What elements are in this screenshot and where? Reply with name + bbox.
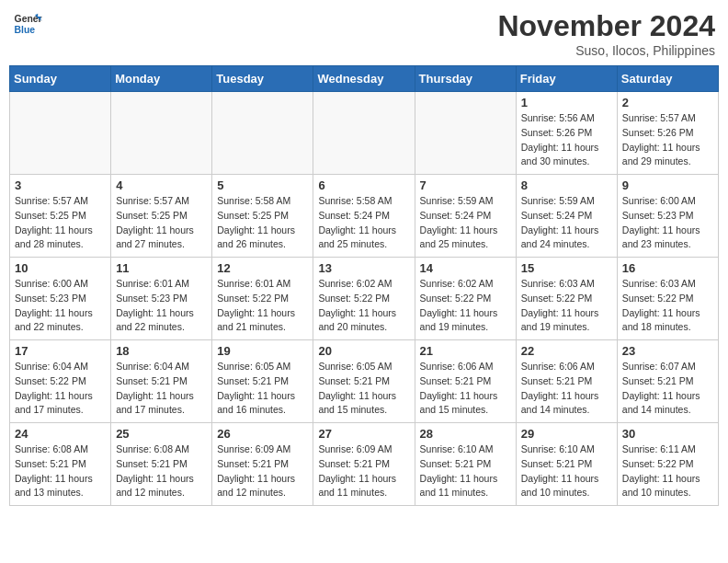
calendar-week-2: 3Sunrise: 5:57 AM Sunset: 5:25 PM Daylig… — [10, 175, 719, 258]
day-header-saturday: Saturday — [617, 66, 718, 92]
day-info: Sunrise: 5:59 AM Sunset: 5:24 PM Dayligh… — [521, 194, 612, 252]
day-number: 12 — [217, 261, 308, 275]
day-info: Sunrise: 6:05 AM Sunset: 5:21 PM Dayligh… — [217, 360, 308, 418]
day-info: Sunrise: 6:06 AM Sunset: 5:21 PM Dayligh… — [420, 360, 511, 418]
calendar-cell — [111, 92, 212, 175]
day-info: Sunrise: 6:08 AM Sunset: 5:21 PM Dayligh… — [15, 442, 106, 500]
calendar-cell: 1Sunrise: 5:56 AM Sunset: 5:26 PM Daylig… — [516, 92, 617, 175]
day-info: Sunrise: 5:57 AM Sunset: 5:25 PM Dayligh… — [116, 194, 207, 252]
day-info: Sunrise: 5:58 AM Sunset: 5:25 PM Dayligh… — [217, 194, 308, 252]
day-info: Sunrise: 6:11 AM Sunset: 5:22 PM Dayligh… — [622, 442, 713, 500]
day-info: Sunrise: 6:02 AM Sunset: 5:22 PM Dayligh… — [318, 277, 409, 335]
logo: General Blue — [13, 9, 42, 39]
day-number: 25 — [116, 427, 207, 441]
day-info: Sunrise: 6:09 AM Sunset: 5:21 PM Dayligh… — [217, 442, 308, 500]
day-number: 7 — [420, 178, 511, 192]
calendar-cell: 25Sunrise: 6:08 AM Sunset: 5:21 PM Dayli… — [111, 423, 212, 506]
day-info: Sunrise: 6:03 AM Sunset: 5:22 PM Dayligh… — [521, 277, 612, 335]
day-number: 21 — [420, 344, 511, 358]
calendar-cell: 20Sunrise: 6:05 AM Sunset: 5:21 PM Dayli… — [313, 340, 415, 423]
calendar-cell — [313, 92, 415, 175]
day-number: 27 — [318, 427, 409, 441]
calendar-cell: 2Sunrise: 5:57 AM Sunset: 5:26 PM Daylig… — [617, 92, 718, 175]
day-number: 4 — [116, 178, 207, 192]
location: Suso, Ilocos, Philippines — [497, 43, 715, 58]
day-info: Sunrise: 6:01 AM Sunset: 5:23 PM Dayligh… — [116, 277, 207, 335]
calendar-cell: 3Sunrise: 5:57 AM Sunset: 5:25 PM Daylig… — [10, 175, 111, 258]
day-info: Sunrise: 6:02 AM Sunset: 5:22 PM Dayligh… — [420, 277, 511, 335]
day-header-monday: Monday — [111, 66, 212, 92]
day-header-wednesday: Wednesday — [313, 66, 415, 92]
day-info: Sunrise: 6:05 AM Sunset: 5:21 PM Dayligh… — [318, 360, 409, 418]
day-info: Sunrise: 5:58 AM Sunset: 5:24 PM Dayligh… — [318, 194, 409, 252]
day-number: 8 — [521, 178, 612, 192]
day-info: Sunrise: 6:07 AM Sunset: 5:21 PM Dayligh… — [622, 360, 713, 418]
day-number: 5 — [217, 178, 308, 192]
day-number: 18 — [116, 344, 207, 358]
day-info: Sunrise: 5:57 AM Sunset: 5:25 PM Dayligh… — [15, 194, 106, 252]
day-info: Sunrise: 5:57 AM Sunset: 5:26 PM Dayligh… — [622, 111, 713, 169]
day-info: Sunrise: 6:10 AM Sunset: 5:21 PM Dayligh… — [521, 442, 612, 500]
day-number: 6 — [318, 178, 409, 192]
calendar-cell: 21Sunrise: 6:06 AM Sunset: 5:21 PM Dayli… — [415, 340, 516, 423]
calendar-header-row: SundayMondayTuesdayWednesdayThursdayFrid… — [10, 66, 719, 92]
day-number: 15 — [521, 261, 612, 275]
day-number: 11 — [116, 261, 207, 275]
day-number: 23 — [622, 344, 713, 358]
calendar-cell: 16Sunrise: 6:03 AM Sunset: 5:22 PM Dayli… — [617, 258, 718, 340]
calendar-cell: 22Sunrise: 6:06 AM Sunset: 5:21 PM Dayli… — [516, 340, 617, 423]
calendar-cell: 8Sunrise: 5:59 AM Sunset: 5:24 PM Daylig… — [516, 175, 617, 258]
calendar-cell: 13Sunrise: 6:02 AM Sunset: 5:22 PM Dayli… — [313, 258, 415, 340]
day-info: Sunrise: 6:04 AM Sunset: 5:21 PM Dayligh… — [116, 360, 207, 418]
calendar-cell: 27Sunrise: 6:09 AM Sunset: 5:21 PM Dayli… — [313, 423, 415, 506]
calendar-cell — [212, 92, 313, 175]
svg-text:Blue: Blue — [15, 25, 36, 35]
day-number: 14 — [420, 261, 511, 275]
day-number: 9 — [622, 178, 713, 192]
day-info: Sunrise: 6:03 AM Sunset: 5:22 PM Dayligh… — [622, 277, 713, 335]
svg-text:General: General — [15, 14, 42, 24]
calendar-week-1: 1Sunrise: 5:56 AM Sunset: 5:26 PM Daylig… — [10, 92, 719, 175]
day-number: 3 — [15, 178, 106, 192]
calendar-cell: 24Sunrise: 6:08 AM Sunset: 5:21 PM Dayli… — [10, 423, 111, 506]
calendar-cell — [415, 92, 516, 175]
calendar-cell: 29Sunrise: 6:10 AM Sunset: 5:21 PM Dayli… — [516, 423, 617, 506]
calendar-cell — [10, 92, 111, 175]
day-number: 22 — [521, 344, 612, 358]
day-info: Sunrise: 6:00 AM Sunset: 5:23 PM Dayligh… — [622, 194, 713, 252]
day-info: Sunrise: 5:56 AM Sunset: 5:26 PM Dayligh… — [521, 111, 612, 169]
calendar-cell: 23Sunrise: 6:07 AM Sunset: 5:21 PM Dayli… — [617, 340, 718, 423]
calendar-cell: 30Sunrise: 6:11 AM Sunset: 5:22 PM Dayli… — [617, 423, 718, 506]
day-number: 2 — [622, 96, 713, 109]
calendar-cell: 19Sunrise: 6:05 AM Sunset: 5:21 PM Dayli… — [212, 340, 313, 423]
day-header-sunday: Sunday — [10, 66, 111, 92]
day-number: 26 — [217, 427, 308, 441]
day-number: 10 — [15, 261, 106, 275]
month-title: November 2024 — [497, 9, 715, 43]
calendar-cell: 28Sunrise: 6:10 AM Sunset: 5:21 PM Dayli… — [415, 423, 516, 506]
calendar-week-5: 24Sunrise: 6:08 AM Sunset: 5:21 PM Dayli… — [10, 423, 719, 506]
day-number: 16 — [622, 261, 713, 275]
calendar-cell: 17Sunrise: 6:04 AM Sunset: 5:22 PM Dayli… — [10, 340, 111, 423]
day-number: 30 — [622, 427, 713, 441]
calendar-cell: 6Sunrise: 5:58 AM Sunset: 5:24 PM Daylig… — [313, 175, 415, 258]
day-info: Sunrise: 6:04 AM Sunset: 5:22 PM Dayligh… — [15, 360, 106, 418]
day-number: 29 — [521, 427, 612, 441]
calendar-cell: 18Sunrise: 6:04 AM Sunset: 5:21 PM Dayli… — [111, 340, 212, 423]
calendar-cell: 12Sunrise: 6:01 AM Sunset: 5:22 PM Dayli… — [212, 258, 313, 340]
calendar-cell: 26Sunrise: 6:09 AM Sunset: 5:21 PM Dayli… — [212, 423, 313, 506]
calendar-cell: 11Sunrise: 6:01 AM Sunset: 5:23 PM Dayli… — [111, 258, 212, 340]
day-info: Sunrise: 6:10 AM Sunset: 5:21 PM Dayligh… — [420, 442, 511, 500]
day-header-tuesday: Tuesday — [212, 66, 313, 92]
calendar-cell: 15Sunrise: 6:03 AM Sunset: 5:22 PM Dayli… — [516, 258, 617, 340]
day-info: Sunrise: 6:06 AM Sunset: 5:21 PM Dayligh… — [521, 360, 612, 418]
page-header: General Blue November 2024 Suso, Ilocos,… — [9, 9, 719, 58]
day-number: 13 — [318, 261, 409, 275]
day-info: Sunrise: 5:59 AM Sunset: 5:24 PM Dayligh… — [420, 194, 511, 252]
logo-icon: General Blue — [13, 9, 42, 39]
day-number: 17 — [15, 344, 106, 358]
day-header-friday: Friday — [516, 66, 617, 92]
calendar-week-4: 17Sunrise: 6:04 AM Sunset: 5:22 PM Dayli… — [10, 340, 719, 423]
calendar-week-3: 10Sunrise: 6:00 AM Sunset: 5:23 PM Dayli… — [10, 258, 719, 340]
calendar-cell: 9Sunrise: 6:00 AM Sunset: 5:23 PM Daylig… — [617, 175, 718, 258]
